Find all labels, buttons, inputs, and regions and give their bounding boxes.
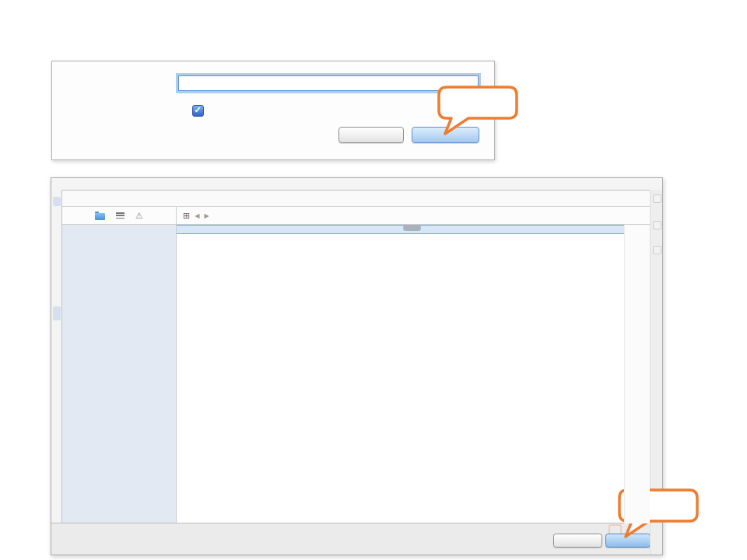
faded-toolbar — [51, 178, 663, 190]
faded-control — [653, 194, 661, 203]
rename-preview-sheet: ⚠ ⊞ ◀ ▶ — [61, 190, 651, 524]
list-icon[interactable] — [116, 212, 124, 219]
jump-bar: ⊞ ◀ ▶ — [177, 207, 650, 224]
rename-preview-screenshot: ⚠ ⊞ ◀ ▶ — [51, 177, 663, 555]
back-icon[interactable]: ◀ — [195, 212, 199, 219]
click-callout-top — [437, 86, 518, 135]
diff-view — [177, 225, 650, 523]
code-pane-original[interactable] — [423, 225, 624, 523]
rename-dialog-screenshot — [51, 61, 495, 160]
cancel-button[interactable] — [338, 127, 404, 143]
code-pane-new[interactable] — [177, 225, 401, 523]
faded-navigator-icon — [53, 306, 61, 320]
sheet-title — [62, 191, 650, 206]
rename-related-files-checkbox[interactable] — [192, 105, 204, 117]
folder-icon[interactable] — [95, 213, 105, 220]
faded-control — [653, 246, 661, 254]
sheet-body — [62, 225, 650, 523]
file-sidebar — [62, 225, 177, 523]
sidebar-toolbar: ⚠ — [62, 207, 177, 224]
change-strip — [624, 225, 650, 523]
cancel-button[interactable] — [553, 534, 602, 548]
related-items-icon[interactable]: ⊞ — [183, 212, 190, 220]
callout-bubble-shape — [437, 86, 518, 135]
sheet-toolbar: ⚠ ⊞ ◀ ▶ — [62, 206, 650, 225]
rename-input[interactable] — [178, 75, 479, 91]
forward-icon[interactable]: ▶ — [204, 212, 209, 219]
change-count-badge[interactable] — [403, 225, 421, 231]
warning-icon[interactable]: ⚠ — [135, 212, 143, 220]
diff-gutter — [401, 225, 424, 523]
faded-control — [653, 221, 661, 229]
slide: ⚠ ⊞ ◀ ▶ — [0, 0, 747, 560]
faded-navigator-icon — [53, 197, 61, 206]
rename-related-files-row — [192, 105, 209, 117]
sheet-bottom-bar — [51, 523, 662, 555]
